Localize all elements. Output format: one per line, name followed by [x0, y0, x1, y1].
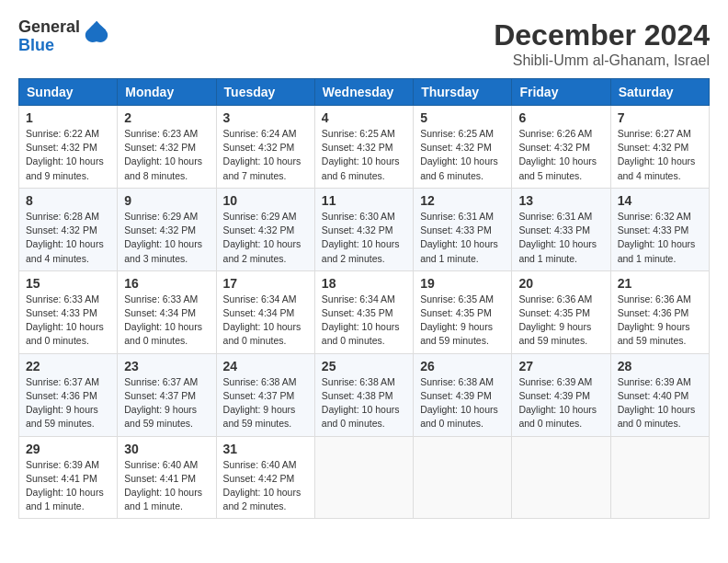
day-info: Sunrise: 6:37 AMSunset: 4:37 PMDaylight:… [124, 375, 209, 431]
calendar-day-cell: 30 Sunrise: 6:40 AMSunset: 4:41 PMDaylig… [118, 436, 216, 519]
day-info: Sunrise: 6:28 AMSunset: 4:32 PMDaylight:… [26, 210, 110, 266]
logo: General Blue [18, 18, 109, 55]
calendar-day-cell: 19 Sunrise: 6:35 AMSunset: 4:35 PMDaylig… [414, 270, 512, 353]
calendar-day-cell: 8 Sunrise: 6:28 AMSunset: 4:32 PMDayligh… [19, 188, 118, 270]
day-number: 8 [26, 193, 110, 208]
day-number: 22 [26, 359, 110, 373]
day-number: 15 [26, 276, 110, 291]
calendar-day-cell [314, 436, 413, 519]
calendar-day-cell: 6 Sunrise: 6:26 AMSunset: 4:32 PMDayligh… [512, 106, 610, 189]
calendar-day-cell: 31 Sunrise: 6:40 AMSunset: 4:42 PMDaylig… [216, 436, 314, 519]
logo-blue-text: Blue [18, 37, 80, 55]
day-number: 6 [518, 110, 603, 125]
calendar-day-cell: 13 Sunrise: 6:31 AMSunset: 4:33 PMDaylig… [512, 188, 610, 270]
day-number: 12 [420, 193, 505, 208]
day-number: 31 [223, 442, 308, 456]
calendar-day-cell: 15 Sunrise: 6:33 AMSunset: 4:33 PMDaylig… [19, 270, 118, 353]
day-number: 29 [26, 442, 110, 456]
day-number: 1 [26, 110, 110, 125]
day-number: 16 [124, 276, 209, 291]
day-number: 17 [223, 276, 308, 291]
day-info: Sunrise: 6:33 AMSunset: 4:34 PMDaylight:… [124, 293, 209, 349]
day-number: 7 [618, 110, 702, 125]
calendar-day-cell: 4 Sunrise: 6:25 AMSunset: 4:32 PMDayligh… [314, 106, 413, 189]
day-number: 28 [618, 359, 702, 373]
calendar-day-cell: 5 Sunrise: 6:25 AMSunset: 4:32 PMDayligh… [414, 106, 512, 189]
day-info: Sunrise: 6:33 AMSunset: 4:33 PMDaylight:… [26, 293, 110, 349]
day-number: 2 [124, 110, 209, 125]
calendar-day-cell: 20 Sunrise: 6:36 AMSunset: 4:35 PMDaylig… [512, 270, 610, 353]
calendar-day-cell: 3 Sunrise: 6:24 AMSunset: 4:32 PMDayligh… [216, 106, 314, 189]
day-info: Sunrise: 6:39 AMSunset: 4:39 PMDaylight:… [518, 375, 603, 431]
calendar-day-cell: 11 Sunrise: 6:30 AMSunset: 4:32 PMDaylig… [314, 188, 413, 270]
calendar-day-cell: 14 Sunrise: 6:32 AMSunset: 4:33 PMDaylig… [610, 188, 709, 270]
day-info: Sunrise: 6:36 AMSunset: 4:36 PMDaylight:… [618, 293, 702, 349]
day-info: Sunrise: 6:34 AMSunset: 4:34 PMDaylight:… [223, 293, 308, 349]
sub-title: Shibli-Umm al-Ghanam, Israel [494, 52, 710, 69]
weekday-header: Monday [118, 79, 216, 106]
day-info: Sunrise: 6:26 AMSunset: 4:32 PMDaylight:… [518, 127, 603, 183]
day-number: 14 [618, 193, 702, 208]
calendar-week-row: 29 Sunrise: 6:39 AMSunset: 4:41 PMDaylig… [19, 436, 710, 519]
day-info: Sunrise: 6:40 AMSunset: 4:41 PMDaylight:… [124, 458, 209, 514]
calendar-day-cell: 10 Sunrise: 6:29 AMSunset: 4:32 PMDaylig… [216, 188, 314, 270]
day-info: Sunrise: 6:27 AMSunset: 4:32 PMDaylight:… [618, 127, 702, 183]
day-info: Sunrise: 6:29 AMSunset: 4:32 PMDaylight:… [124, 210, 209, 266]
calendar-week-row: 22 Sunrise: 6:37 AMSunset: 4:36 PMDaylig… [19, 353, 710, 436]
day-info: Sunrise: 6:34 AMSunset: 4:35 PMDaylight:… [322, 293, 406, 349]
day-number: 20 [518, 276, 603, 291]
calendar-day-cell: 7 Sunrise: 6:27 AMSunset: 4:32 PMDayligh… [610, 106, 709, 189]
day-number: 9 [124, 193, 209, 208]
logo-bird-icon [84, 19, 109, 54]
calendar-day-cell: 24 Sunrise: 6:38 AMSunset: 4:37 PMDaylig… [216, 353, 314, 436]
day-number: 25 [322, 359, 406, 373]
day-number: 11 [322, 193, 406, 208]
day-number: 24 [223, 359, 308, 373]
calendar-day-cell [610, 436, 709, 519]
day-number: 26 [420, 359, 505, 373]
calendar-day-cell: 9 Sunrise: 6:29 AMSunset: 4:32 PMDayligh… [118, 188, 216, 270]
calendar-day-cell: 16 Sunrise: 6:33 AMSunset: 4:34 PMDaylig… [118, 270, 216, 353]
day-number: 3 [223, 110, 308, 125]
weekday-header: Thursday [414, 79, 512, 106]
day-info: Sunrise: 6:40 AMSunset: 4:42 PMDaylight:… [223, 458, 308, 514]
day-info: Sunrise: 6:39 AMSunset: 4:40 PMDaylight:… [618, 375, 702, 431]
weekday-header: Tuesday [216, 79, 314, 106]
weekday-header: Sunday [19, 79, 118, 106]
calendar-day-cell [414, 436, 512, 519]
day-info: Sunrise: 6:22 AMSunset: 4:32 PMDaylight:… [26, 127, 110, 183]
calendar-day-cell: 18 Sunrise: 6:34 AMSunset: 4:35 PMDaylig… [314, 270, 413, 353]
day-number: 5 [420, 110, 505, 125]
day-info: Sunrise: 6:38 AMSunset: 4:37 PMDaylight:… [223, 375, 308, 431]
day-info: Sunrise: 6:36 AMSunset: 4:35 PMDaylight:… [518, 293, 603, 349]
calendar-day-cell: 23 Sunrise: 6:37 AMSunset: 4:37 PMDaylig… [118, 353, 216, 436]
day-info: Sunrise: 6:37 AMSunset: 4:36 PMDaylight:… [26, 375, 110, 431]
day-info: Sunrise: 6:25 AMSunset: 4:32 PMDaylight:… [322, 127, 406, 183]
day-number: 13 [518, 193, 603, 208]
day-info: Sunrise: 6:29 AMSunset: 4:32 PMDaylight:… [223, 210, 308, 266]
calendar-header-row: SundayMondayTuesdayWednesdayThursdayFrid… [19, 79, 710, 106]
day-info: Sunrise: 6:39 AMSunset: 4:41 PMDaylight:… [26, 458, 110, 514]
calendar-day-cell: 17 Sunrise: 6:34 AMSunset: 4:34 PMDaylig… [216, 270, 314, 353]
day-info: Sunrise: 6:32 AMSunset: 4:33 PMDaylight:… [618, 210, 702, 266]
day-info: Sunrise: 6:24 AMSunset: 4:32 PMDaylight:… [223, 127, 308, 183]
calendar-day-cell: 21 Sunrise: 6:36 AMSunset: 4:36 PMDaylig… [610, 270, 709, 353]
weekday-header: Friday [512, 79, 610, 106]
calendar-week-row: 8 Sunrise: 6:28 AMSunset: 4:32 PMDayligh… [19, 188, 710, 270]
calendar-day-cell: 27 Sunrise: 6:39 AMSunset: 4:39 PMDaylig… [512, 353, 610, 436]
logo-general-text: General [18, 18, 80, 37]
day-info: Sunrise: 6:35 AMSunset: 4:35 PMDaylight:… [420, 293, 505, 349]
day-info: Sunrise: 6:38 AMSunset: 4:38 PMDaylight:… [322, 375, 406, 431]
calendar-day-cell: 29 Sunrise: 6:39 AMSunset: 4:41 PMDaylig… [19, 436, 118, 519]
day-number: 18 [322, 276, 406, 291]
title-area: December 2024 Shibli-Umm al-Ghanam, Isra… [494, 18, 710, 69]
day-number: 21 [618, 276, 702, 291]
day-number: 23 [124, 359, 209, 373]
calendar-day-cell: 12 Sunrise: 6:31 AMSunset: 4:33 PMDaylig… [414, 188, 512, 270]
main-title: December 2024 [494, 18, 710, 52]
calendar-day-cell: 26 Sunrise: 6:38 AMSunset: 4:39 PMDaylig… [414, 353, 512, 436]
day-number: 4 [322, 110, 406, 125]
calendar-day-cell: 28 Sunrise: 6:39 AMSunset: 4:40 PMDaylig… [610, 353, 709, 436]
calendar-day-cell [512, 436, 610, 519]
day-number: 27 [518, 359, 603, 373]
